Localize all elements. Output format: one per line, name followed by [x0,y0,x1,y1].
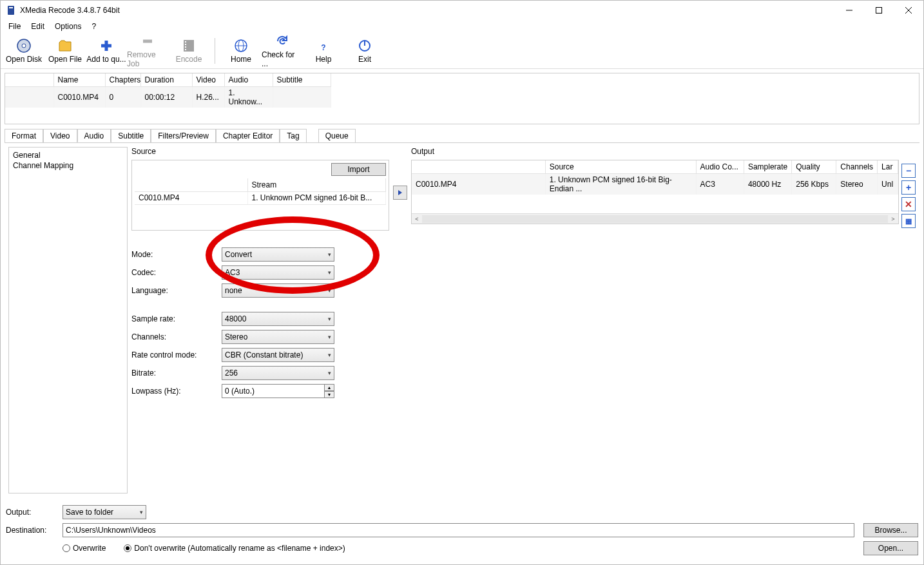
spin-down-icon[interactable]: ▼ [325,391,334,398]
mode-combo[interactable]: Convert▾ [222,247,334,262]
output-hscroll[interactable]: <> [412,213,898,224]
sample-label: Sample rate: [131,314,222,323]
toolbar-open-file-button[interactable]: Open File [44,34,86,68]
channels-combo[interactable]: Stereo▾ [222,330,334,344]
subpanel-general[interactable]: General [12,150,124,160]
tab-filters-preview[interactable]: Filters/Preview [151,129,216,142]
language-combo[interactable]: none▾ [222,283,334,298]
chevron-down-icon: ▾ [328,287,331,294]
toolbar-open-disk-button[interactable]: Open Disk [3,34,44,68]
toolbar-exit-button[interactable]: Exit [344,34,385,68]
file-col-header[interactable]: Audio [224,73,273,86]
output-col-header[interactable]: Audio Co... [696,160,744,173]
tab-queue[interactable]: Queue [318,129,356,142]
tab-audio[interactable]: Audio [77,129,111,142]
power-icon [357,38,372,53]
audio-settings-column: Source Import Stream C0010.MP41. Unknown… [131,147,389,493]
chevron-down-icon: ▾ [328,316,331,322]
import-button[interactable]: Import [331,163,386,176]
codec-combo[interactable]: AC3▾ [222,265,334,280]
lowpass-spinner[interactable]: ▲▼ [222,384,334,398]
file-table: NameChaptersDurationVideoAudioSubtitle C… [5,73,919,124]
browse-button[interactable]: Browse... [863,523,918,537]
source-box: Import Stream C0010.MP41. Unknown PCM si… [131,160,389,231]
lowpass-input[interactable] [222,384,325,398]
tab-format[interactable]: Format [5,129,43,142]
tab-video[interactable]: Video [43,129,77,142]
lowpass-label: Lowpass (Hz): [131,387,222,396]
menu-edit[interactable]: Edit [26,21,50,32]
svg-rect-8 [184,40,194,52]
file-col-header[interactable] [5,73,53,86]
toolbar-home-button[interactable]: Home [220,34,262,68]
destination-label: Destination: [6,526,57,535]
source-row[interactable]: C0010.MP41. Unknown PCM signed 16-bit B.… [135,191,386,204]
audio-tab-content: General Channel Mapping Source Import St… [5,142,919,497]
file-col-header[interactable]: Chapters [105,73,140,86]
menu-file[interactable]: File [3,21,26,32]
file-col-header[interactable]: Video [192,73,224,86]
plus-icon [99,38,114,53]
output-column: Output SourceAudio Co...SamplerateQualit… [411,147,916,493]
destination-input[interactable]: C:\Users\Unknown\Videos [63,523,854,537]
file-row[interactable]: C0010.MP4000:00:12H.26...1. Unknow... [5,86,919,108]
overwrite-radio[interactable]: Overwrite [63,544,106,553]
output-label: Output [411,147,899,156]
output-col-header[interactable] [412,160,545,173]
minimize-button[interactable] [834,1,864,20]
output-table: SourceAudio Co...SamplerateQualityChanne… [411,160,899,224]
chevron-down-icon: ▾ [328,269,331,276]
output-col-header[interactable]: Quality [792,160,836,173]
globe-icon [233,38,249,53]
grid-settings-button[interactable]: ▦ [901,214,916,228]
output-col-header[interactable]: Source [545,160,696,173]
spin-up-icon[interactable]: ▲ [325,384,334,391]
menubar: File Edit Options ? [1,20,923,33]
app-icon [6,5,16,15]
output-side-buttons: − + ✕ ▦ [901,164,916,493]
bitrate-combo[interactable]: 256▾ [222,366,334,380]
toolbar-check-for--button[interactable]: Check for ... [262,34,303,68]
output-col-header[interactable]: Samplerate [744,160,791,173]
mode-label: Mode: [131,250,222,259]
output-col-header[interactable]: Channels [836,160,878,173]
tab-subtitle[interactable]: Subtitle [111,129,151,142]
toolbar-remove-job-button: Remove Job [127,34,168,68]
audio-subpanel-list: General Channel Mapping [8,147,128,493]
subpanel-channel-mapping[interactable]: Channel Mapping [12,160,124,171]
add-stream-side-button[interactable]: + [901,180,916,195]
stream-header: Stream [247,178,386,191]
open-button[interactable]: Open... [863,541,918,555]
maximize-button[interactable] [864,1,894,20]
svg-rect-1 [9,7,13,8]
sample-combo[interactable]: 48000▾ [222,312,334,326]
toolbar-help-button[interactable]: ?Help [303,34,344,68]
svg-point-6 [17,39,30,52]
tab-chapter-editor[interactable]: Chapter Editor [216,129,280,142]
svg-marker-19 [398,190,402,195]
output-mode-combo[interactable]: Save to folder▾ [63,505,146,519]
dont-overwrite-radio[interactable]: Don't overwrite (Automatically rename as… [124,544,345,553]
menu-options[interactable]: Options [50,21,86,32]
source-label: Source [131,147,389,156]
tab-tag[interactable]: Tag [280,129,306,142]
svg-point-14 [238,40,244,52]
svg-point-13 [235,40,247,52]
output-row[interactable]: C0010.MP41. Unknown PCM signed 16-bit Bi… [412,173,898,195]
menu-help[interactable]: ? [86,21,101,32]
language-label: Language: [131,286,222,295]
file-col-header[interactable]: Subtitle [273,73,331,86]
add-stream-button[interactable] [393,186,407,200]
toolbar-add-to-qu--button[interactable]: Add to qu... [86,34,127,68]
remove-stream-button[interactable]: − [901,164,916,178]
window-title: XMedia Recode 3.4.8.7 64bit [20,6,834,15]
output-col-header[interactable]: Lar [878,160,898,173]
delete-stream-button[interactable]: ✕ [901,197,916,211]
app-window: XMedia Recode 3.4.8.7 64bit File Edit Op… [0,0,924,565]
disc-icon [16,38,32,53]
file-col-header[interactable]: Duration [140,73,192,86]
rate-combo[interactable]: CBR (Constant bitrate)▾ [222,348,334,362]
chevron-down-icon: ▾ [328,251,331,258]
file-col-header[interactable]: Name [53,73,105,86]
close-button[interactable] [894,1,923,20]
